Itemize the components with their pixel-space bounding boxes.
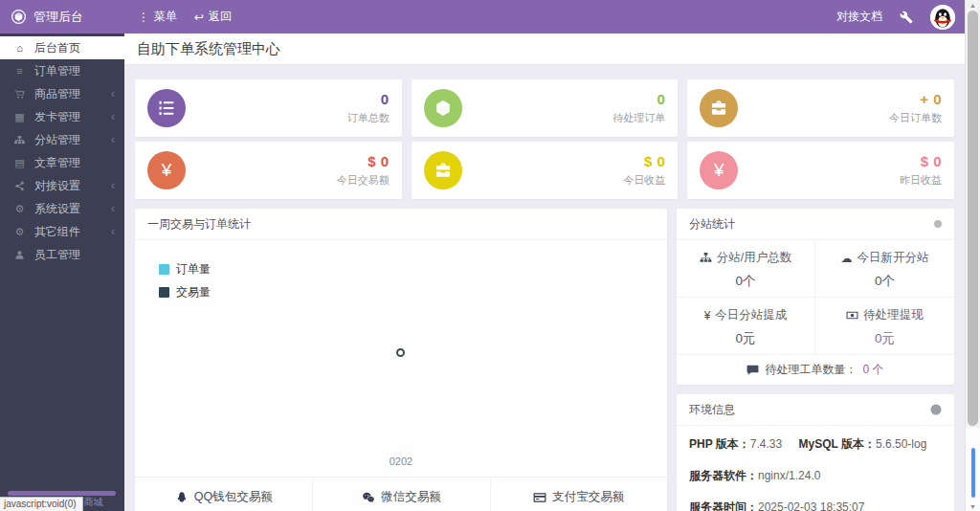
stat-value: 0 (612, 91, 665, 107)
mysql-value: 5.6.50-log (876, 437, 926, 451)
chart-legend: 订单量 交易量 (159, 261, 211, 307)
chart-panel-header: 一周交易与订单统计 (135, 209, 667, 240)
sub-value: 0元 (815, 330, 954, 347)
legend-swatch (159, 287, 169, 298)
brand[interactable]: 管理后台 (0, 9, 124, 26)
right-column: 分站统计 分站/用户总数 0个 ☁ (677, 209, 954, 511)
sidebar-item-label: 分站管理 (34, 132, 80, 148)
substation-grid: 分站/用户总数 0个 ☁ 今日新开分站 0个 (677, 240, 954, 355)
page-title: 自助下单系统管理中心 (137, 40, 280, 58)
substation-panel: 分站统计 分站/用户总数 0个 ☁ (677, 209, 954, 385)
sidebar-item-label: 商品管理 (34, 86, 80, 102)
legend-item-orders[interactable]: 订单量 (159, 261, 211, 278)
wechat-icon (362, 491, 375, 504)
sub-value: 0个 (677, 273, 814, 290)
sidebar-item-products[interactable]: 商品管理 ‹ (0, 82, 124, 105)
browser-status-tooltip: javascript:void(0) (0, 497, 83, 511)
stat-card-right: $ 0 昨日收益 (900, 153, 942, 188)
scrollbar-thumb[interactable] (968, 11, 978, 426)
browser-scrollbar[interactable]: ▲ ▼ (965, 0, 980, 511)
qq-penguin-icon (930, 5, 955, 30)
yen-icon: ¥ (704, 309, 711, 322)
top-bar: 管理后台 ⋮菜单 ↩返回 对接文档 (0, 0, 965, 33)
stat-value: $ 0 (900, 153, 942, 169)
cloud-icon: ☁ (841, 252, 853, 265)
sidebar-item-system[interactable]: ⚙ 系统设置 ‹ (0, 197, 124, 220)
stat-label: 今日收益 (623, 173, 665, 188)
yen-icon: ¥ (700, 151, 738, 189)
environment-title: 环境信息 (689, 402, 735, 418)
php-label: PHP 版本： (689, 437, 750, 451)
briefcase-icon (700, 89, 738, 127)
brand-title: 管理后台 (33, 9, 83, 26)
sidebar-item-home[interactable]: ⌂ 后台首页 (0, 36, 124, 59)
stat-card-right: 0 待处理订单 (612, 91, 665, 125)
sidebar-item-label: 员工管理 (34, 247, 80, 263)
env-row-server: 服务器软件：nginx/1.24.0 (689, 468, 942, 484)
sidebar-item-label: 发卡管理 (34, 109, 80, 125)
sidebar-item-staff[interactable]: 员工管理 (0, 243, 124, 266)
substation-cell-new-today: ☁ 今日新开分站 0个 (815, 240, 954, 298)
pay-label: QQ钱包交易额 (194, 489, 273, 505)
inner-scrollbar-thumb[interactable] (971, 448, 975, 498)
time-value: 2025-02-03 18:35:07 (758, 500, 864, 511)
stat-card-right: $ 0 今日收益 (623, 153, 665, 188)
sidebar-item-substations[interactable]: 分站管理 ‹ (0, 128, 124, 151)
sub-label: 分站/用户总数 (717, 250, 791, 266)
stat-card-total-orders: 0 订单总数 (135, 79, 402, 137)
back-label: 返回 (209, 9, 232, 25)
scrollbar-up-icon[interactable]: ▲ (966, 2, 980, 9)
chart-title: 一周交易与订单统计 (147, 216, 251, 233)
dots-vertical-icon: ⋮ (138, 11, 149, 24)
pay-label-row: QQ钱包交易额 (135, 489, 312, 505)
substation-title: 分站统计 (689, 216, 735, 233)
sidebar-item-docking[interactable]: 对接设置 ‹ (0, 174, 124, 197)
sidebar-item-orders[interactable]: ≡ 订单管理 (0, 59, 124, 82)
stat-label: 今日订单数 (889, 111, 942, 125)
stat-card-right: 0 订单总数 (347, 91, 390, 125)
legend-item-volume[interactable]: 交易量 (159, 284, 211, 300)
legend-label: 交易量 (176, 284, 211, 300)
sub-label-row: ¥ 今日分站提成 (677, 307, 814, 323)
cart-icon (13, 89, 26, 100)
stat-card-today-profit: $ 0 今日收益 (412, 142, 679, 199)
mysql-label: MySQL 版本： (799, 437, 876, 451)
chevron-left-icon: ‹ (111, 202, 115, 215)
server-label: 服务器软件： (689, 469, 758, 482)
stat-value: $ 0 (337, 153, 390, 169)
book-icon: ▤ (13, 157, 26, 169)
doc-link[interactable]: 对接文档 (836, 9, 882, 25)
user-avatar[interactable] (930, 5, 955, 30)
stat-card-right: + 0 今日订单数 (889, 91, 942, 125)
user-icon (13, 250, 26, 260)
substation-cell-total: 分站/用户总数 0个 (677, 240, 815, 298)
sidebar-item-label: 文章管理 (34, 155, 80, 171)
wrench-icon[interactable] (900, 11, 913, 24)
sub-label: 今日分站提成 (715, 307, 787, 323)
sidebar-item-label: 后台首页 (34, 40, 80, 56)
substation-cell-commission: ¥ 今日分站提成 0元 (677, 298, 815, 355)
sidebar-item-cards[interactable]: ▦ 发卡管理 ‹ (0, 105, 124, 128)
sub-label: 今日新开分站 (858, 250, 929, 266)
sidebar-item-articles[interactable]: ▤ 文章管理 (0, 151, 124, 174)
ordered-list-icon (147, 89, 186, 127)
scrollbar-down-icon[interactable]: ▼ (966, 503, 980, 510)
sidebar-item-components[interactable]: ⚙ 其它组件 ‹ (0, 220, 124, 243)
money-bill-icon (846, 309, 858, 322)
main-area: 自助下单系统管理中心 0 订单总数 0 待处理订单 (124, 33, 965, 511)
server-value: nginx/1.24.0 (758, 469, 820, 482)
sub-value: 0个 (815, 273, 954, 290)
menu-label: 菜单 (154, 9, 177, 25)
qq-wallet-total: QQ钱包交易额 0元 (135, 478, 312, 511)
cogs-icon: ⚙ (13, 226, 26, 238)
sub-label: 待处理提现 (863, 307, 924, 323)
wechat-total: 微信交易额 0元 (312, 478, 489, 511)
menu-toggle[interactable]: ⋮菜单 (138, 9, 177, 25)
top-nav: ⋮菜单 ↩返回 (138, 9, 232, 25)
stat-value: $ 0 (623, 153, 665, 169)
legend-swatch (159, 264, 169, 275)
x-axis-tick: 0202 (135, 455, 667, 467)
list-icon: ≡ (13, 65, 26, 77)
back-button[interactable]: ↩返回 (194, 9, 232, 25)
weekly-chart-panel: 一周交易与订单统计 订单量 交易量 0202 (135, 209, 667, 511)
